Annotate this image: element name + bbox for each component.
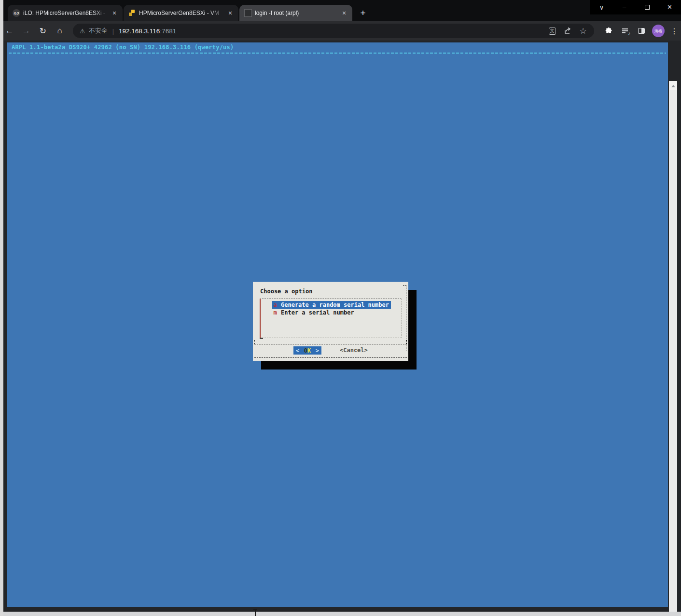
tab-arpl-active[interactable]: login -f root (arpl) ×: [239, 5, 352, 21]
menu-item-generate-serial[interactable]: a Generate a random serial number: [261, 301, 401, 309]
security-label[interactable]: 不安全: [89, 27, 108, 35]
new-tab-button[interactable]: +: [356, 6, 370, 20]
web-terminal[interactable]: ARPL 1.1-beta2a DS920+ 42962 (no SN) 192…: [7, 42, 668, 607]
titlebar: iLO iLO: HPMicroServerGen8ESXi - × HPMic…: [0, 0, 681, 21]
bookmark-star-icon[interactable]: ☆: [577, 25, 589, 37]
address-bar[interactable]: ⚠ 不安全 | 192.168.3.116 :7681 文 ☆: [73, 24, 594, 38]
terminal-divider-line: [9, 53, 666, 54]
page-content: ARPL 1.1-beta2a DS920+ 42962 (no SN) 192…: [0, 41, 681, 616]
menu-item-label: Enter a serial number: [281, 309, 354, 316]
cancel-button[interactable]: <Cancel>: [340, 347, 368, 354]
dialog-buttons: < O K > <Cancel>: [253, 346, 408, 355]
menu-item-enter-serial[interactable]: m Enter a serial number: [261, 309, 401, 316]
url-port: :7681: [160, 27, 176, 35]
minimize-button[interactable]: –: [613, 0, 636, 14]
browser-toolbar: ← → ↻ ⌂ ⚠ 不安全 | 192.168.3.116 :7681 文 ☆ …: [0, 21, 681, 41]
arpl-status-line: ARPL 1.1-beta2a DS920+ 42962 (no SN) 192…: [12, 44, 234, 51]
extensions-puzzle-icon[interactable]: [602, 24, 615, 38]
tab-ilo[interactable]: iLO iLO: HPMicroServerGen8ESXi - ×: [8, 5, 123, 21]
playlist-icon[interactable]: ♪: [618, 24, 632, 38]
ok-button[interactable]: < O K >: [293, 346, 321, 355]
choose-option-dialog: Choose a option a Generate a random seri…: [253, 282, 408, 361]
profile-avatar[interactable]: 海榕: [652, 25, 665, 37]
tab-close-icon[interactable]: ×: [340, 9, 348, 17]
maximize-icon: [645, 5, 650, 10]
tab-title: login -f root (arpl): [255, 10, 337, 16]
kebab-menu-icon[interactable]: ⋮: [667, 24, 681, 38]
scrollbar[interactable]: [669, 81, 677, 616]
background-window-edge: [0, 0, 3, 616]
reload-button[interactable]: ↻: [36, 23, 51, 39]
tab-strip: iLO iLO: HPMicroServerGen8ESXi - × HPMic…: [8, 5, 370, 21]
scroll-up-icon[interactable]: [669, 82, 677, 90]
translate-icon[interactable]: 文: [546, 25, 558, 37]
menu-listbox: a Generate a random serial number m Ente…: [260, 299, 402, 338]
close-window-button[interactable]: ×: [658, 0, 681, 14]
maximize-button[interactable]: [636, 0, 658, 14]
toolbar-extensions-area: ♪ 海榕 ⋮: [599, 24, 681, 38]
tab-close-icon[interactable]: ×: [226, 9, 235, 17]
terminal-favicon-icon: [244, 9, 252, 17]
music-note-icon: ♪: [628, 31, 631, 36]
bottom-window-edge: [0, 612, 681, 616]
tab-title: iLO: HPMicroServerGen8ESXi -: [23, 10, 107, 16]
hotkey-label: a: [272, 301, 278, 308]
back-button[interactable]: ←: [2, 23, 17, 39]
tab-title: HPMicroServerGen8ESXi - VM: [139, 10, 223, 16]
ilo-favicon-icon: iLO: [13, 9, 20, 17]
browser-menu-chevron-icon[interactable]: ∨: [590, 0, 613, 14]
share-icon[interactable]: [561, 25, 574, 37]
forward-button[interactable]: →: [19, 23, 34, 39]
scrollbar-thumb[interactable]: [669, 90, 677, 616]
dialog-title: Choose a option: [260, 288, 312, 295]
browser-window: iLO iLO: HPMicroServerGen8ESXi - × HPMic…: [0, 0, 681, 616]
hotkey-label: m: [272, 309, 278, 316]
url-host[interactable]: 192.168.3.116: [119, 27, 160, 35]
tab-esxi[interactable]: HPMicroServerGen8ESXi - VM ×: [124, 5, 238, 21]
esxi-favicon-icon: [128, 9, 136, 17]
window-controls: ∨ – ×: [590, 0, 681, 14]
security-warning-icon: ⚠: [80, 27, 85, 35]
side-panel-icon[interactable]: [635, 24, 648, 38]
home-button[interactable]: ⌂: [52, 23, 67, 39]
menu-item-label: Generate a random serial number: [281, 301, 389, 308]
text-cursor-mark: [255, 609, 256, 616]
tab-close-icon[interactable]: ×: [110, 9, 119, 17]
omnibox-divider: |: [112, 27, 114, 35]
